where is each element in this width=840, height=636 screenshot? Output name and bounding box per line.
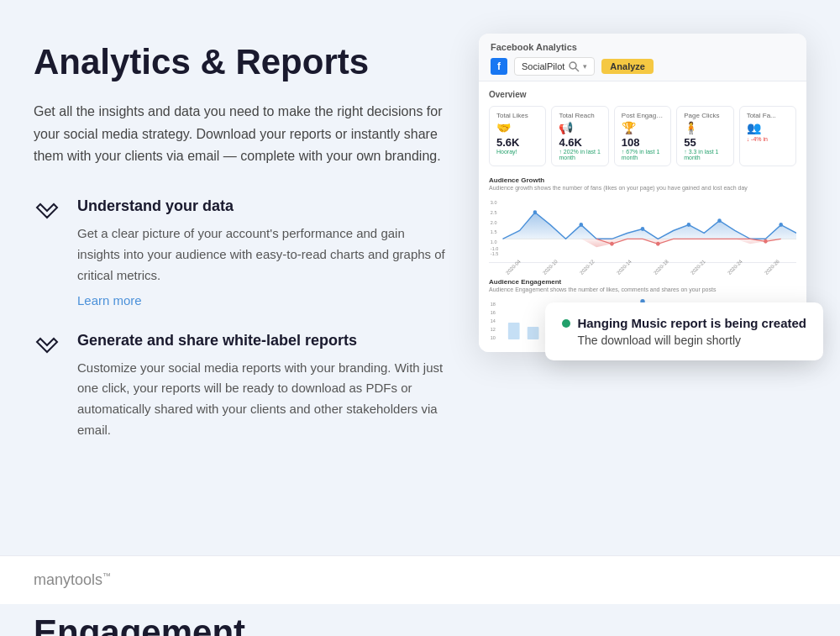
main-section: Analytics & Reports Get all the insights… [0,0,840,505]
overview-label: Overview [489,90,796,99]
svg-text:2.5: 2.5 [491,210,497,215]
stat-reach-icon: 📢 [559,121,601,134]
audience-growth-subtitle: Audience growth shows the number of fans… [489,185,796,191]
svg-point-17 [656,242,660,246]
white-label-content: Generate and share white-label reports C… [77,332,445,448]
understand-data-title: Understand your data [77,197,445,215]
svg-point-14 [717,218,722,223]
svg-text:3.0: 3.0 [491,200,497,205]
svg-point-10 [533,210,538,214]
svg-text:12: 12 [491,327,496,332]
svg-text:18: 18 [491,302,496,307]
audience-engagement-title: Audience Engagement [489,278,796,286]
svg-point-15 [779,223,783,227]
understand-data-icon [34,199,64,229]
stat-total-reach: Total Reach 📢 4.6K ↑ 202% in last 1 mont… [551,106,608,166]
audience-engagement-subtitle: Audience Engagement shows the number of … [489,286,796,292]
stat-clicks-icon: 🧍 [684,121,726,134]
toast-title: Hanging Music report is being created [562,316,806,330]
white-label-desc: Customize your social media reports with… [77,358,445,441]
dashboard-toolbar: f SocialPilot ▾ Analyze [491,57,795,76]
footer: manytools™ [0,555,840,604]
notification-toast: Hanging Music report is being created Th… [545,302,823,360]
understand-data-desc: Get a clear picture of your account's pe… [77,223,445,286]
stat-engagement-change: ↑ 67% in last 1 month [622,149,664,160]
dropdown-arrow: ▾ [583,62,587,71]
stat-total-likes: Total Likes 🤝 5.6K Hooray! [489,106,546,166]
svg-text:2.0: 2.0 [491,219,497,224]
svg-point-18 [764,239,768,244]
dashboard-tab-label: Facebook Analytics [491,42,795,52]
stat-fans-icon: 👥 [747,121,789,134]
toast-title-text: Hanging Music report is being created [577,316,806,330]
white-label-icon [34,334,64,364]
svg-text:1.0: 1.0 [491,239,497,244]
understand-data-content: Understand your data Get a clear picture… [77,197,445,307]
toast-subtitle-text: The download will begin shortly [562,334,806,347]
stat-likes-value: 5.6K [496,136,538,149]
page-wrapper: Analytics & Reports Get all the insights… [0,0,840,636]
white-label-title: Generate and share white-label reports [77,332,445,350]
stat-likes-icon: 🤝 [496,121,538,134]
dashboard-header: Facebook Analytics f SocialPilot ▾ Analy… [479,34,806,81]
svg-text:14: 14 [491,318,496,323]
feature-white-label: Generate and share white-label reports C… [34,332,445,448]
left-column: Analytics & Reports Get all the insights… [34,42,445,471]
bottom-heading: Engagement [34,612,806,636]
stat-post-engagement: Post Engagement 🏆 108 ↑ 67% in last 1 mo… [614,106,671,166]
svg-point-16 [610,242,614,246]
stats-row: Total Likes 🤝 5.6K Hooray! Total Reach 📢… [489,106,796,166]
svg-text:10: 10 [491,335,496,340]
stat-engagement-label: Post Engagement [622,112,664,119]
stat-total-fans: Total Fa... 👥 ↓ -4% in [739,106,796,166]
stat-clicks-value: 55 [684,136,726,149]
brand-main: manytools [34,571,102,588]
page-title: Analytics & Reports [34,42,445,82]
stat-reach-label: Total Reach [559,112,601,119]
svg-text:1.5: 1.5 [491,229,497,234]
svg-line-1 [575,68,579,71]
facebook-icon: f [491,58,507,75]
svg-point-13 [687,223,691,227]
svg-text:16: 16 [491,310,496,315]
svg-point-12 [641,227,645,231]
stat-fans-change: ↓ -4% in [747,136,789,142]
stat-likes-label: Total Likes [496,112,538,119]
audience-growth-title: Audience Growth [489,176,796,184]
stat-reach-value: 4.6K [559,136,601,149]
learn-more-link[interactable]: Learn more [77,293,142,307]
svg-rect-26 [528,327,539,339]
brand-suffix: ™ [102,571,111,581]
stat-page-clicks: Page Clicks 🧍 55 ↑ 3.3 in last 1 month [676,106,733,166]
toast-status-dot [562,319,570,328]
analyze-button[interactable]: Analyze [601,59,654,74]
feature-understand-data: Understand your data Get a clear picture… [34,197,445,307]
svg-point-0 [570,62,576,69]
audience-growth-section: Audience Growth Audience growth shows th… [489,176,796,270]
svg-text:-1.5: -1.5 [491,251,498,256]
audience-growth-chart: 3.0 2.5 2.0 1.5 1.0 -1.0 -1.5 [489,196,796,263]
stat-reach-change: ↑ 202% in last 1 month [559,149,601,160]
stat-clicks-change: ↑ 3.3 in last 1 month [684,149,726,160]
search-icon [568,60,580,72]
footer-brand: manytools™ [34,571,806,589]
stat-engagement-value: 108 [622,136,664,149]
svg-point-11 [580,223,584,227]
stat-clicks-label: Page Clicks [684,112,726,119]
bottom-section: Engagement [0,604,840,636]
page-description: Get all the insights and data you need t… [34,101,445,167]
account-selector[interactable]: SocialPilot ▾ [514,57,595,76]
right-column: Facebook Analytics f SocialPilot ▾ Analy… [479,34,806,352]
svg-rect-25 [508,323,520,339]
stat-likes-change: Hooray! [496,149,538,155]
account-name: SocialPilot [522,61,564,71]
stat-fans-label: Total Fa... [747,112,789,119]
stat-engagement-icon: 🏆 [622,121,664,134]
